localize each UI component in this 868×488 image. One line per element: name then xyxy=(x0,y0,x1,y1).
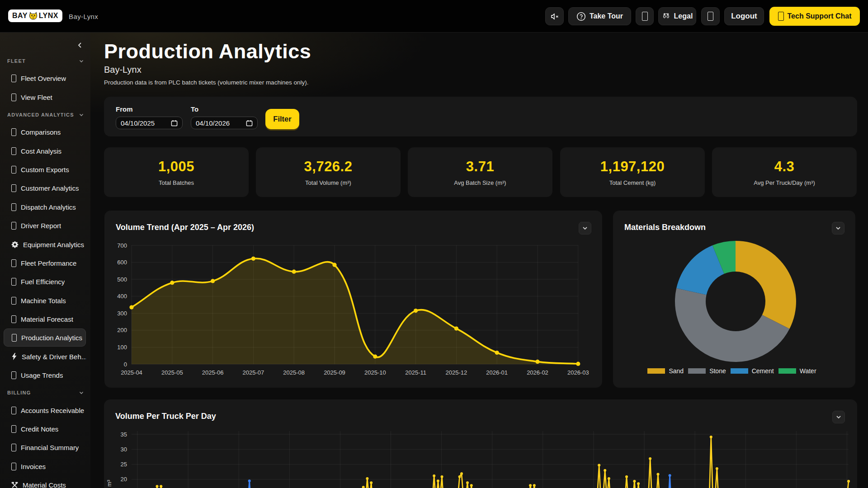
svg-text:2026-03: 2026-03 xyxy=(567,369,589,376)
svg-text:2026-02: 2026-02 xyxy=(527,369,548,376)
svg-text:2026-01: 2026-01 xyxy=(486,369,508,376)
svg-text:200: 200 xyxy=(117,327,127,333)
svg-text:0: 0 xyxy=(124,361,127,368)
svg-text:2025-10: 2025-10 xyxy=(364,369,386,376)
svg-text:2025-04: 2025-04 xyxy=(121,369,142,376)
svg-text:25: 25 xyxy=(121,461,127,468)
svg-text:2025-07: 2025-07 xyxy=(243,369,264,376)
svg-text:35: 35 xyxy=(121,431,127,438)
svg-text:20: 20 xyxy=(121,476,127,483)
svg-text:300: 300 xyxy=(117,310,127,317)
svg-text:2025-08: 2025-08 xyxy=(283,369,305,376)
svg-text:2025-09: 2025-09 xyxy=(324,369,345,376)
svg-text:500: 500 xyxy=(117,276,127,283)
svg-text:2025-11: 2025-11 xyxy=(405,369,426,376)
svg-text:600: 600 xyxy=(117,259,127,266)
svg-text:2025-12: 2025-12 xyxy=(446,369,467,376)
svg-text:100: 100 xyxy=(117,344,127,351)
svg-text:30: 30 xyxy=(121,446,127,453)
svg-text:m³: m³ xyxy=(106,479,113,487)
svg-text:400: 400 xyxy=(117,293,127,300)
svg-text:700: 700 xyxy=(117,242,127,249)
svg-text:2025-06: 2025-06 xyxy=(202,369,224,376)
svg-text:2025-05: 2025-05 xyxy=(161,369,183,376)
